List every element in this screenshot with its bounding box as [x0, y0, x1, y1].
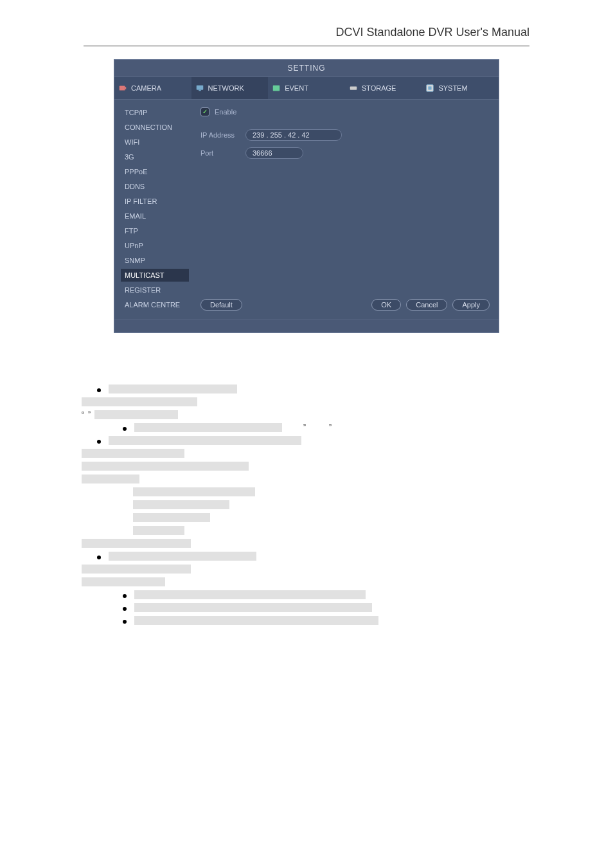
tab-camera[interactable]: CAMERA [114, 77, 191, 99]
redacted-text [94, 410, 178, 419]
tab-label: CAMERA [131, 84, 161, 92]
sidenav-item-email[interactable]: EMAIL [121, 210, 189, 222]
sidenav-item-3g[interactable]: 3G [121, 150, 189, 163]
main-pane: ✓ Enable IP Address 239 . 255 . 42 . 42 … [191, 100, 499, 320]
default-button[interactable]: Default [200, 299, 242, 311]
sidenav-item-tcpip[interactable]: TCP/IP [121, 106, 189, 119]
port-row: Port 36666 [200, 147, 490, 159]
sidenav-item-wifi[interactable]: WIFI [121, 136, 189, 149]
redacted-text [134, 603, 372, 612]
sidenav-item-register[interactable]: REGISTER [121, 284, 189, 296]
bullet-icon [123, 594, 127, 598]
enable-row: ✓ Enable [200, 107, 490, 116]
sidenav-item-snmp[interactable]: SNMP [121, 254, 189, 267]
close-quote: ” [88, 410, 91, 419]
sidenav-item-multicast[interactable]: MULTICAST [121, 269, 189, 282]
tab-network[interactable]: NETWORK [191, 77, 269, 99]
tab-storage[interactable]: STORAGE [345, 77, 422, 99]
sidenav-item-alarmcentre[interactable]: ALARM CENTRE [121, 298, 189, 311]
tab-label: EVENT [285, 84, 308, 92]
redacted-text [82, 577, 165, 586]
sidenav-item-ddns[interactable]: DDNS [121, 180, 189, 193]
enable-label: Enable [215, 108, 236, 116]
port-input[interactable]: 36666 [245, 147, 303, 159]
sidenav-item-connection[interactable]: CONNECTION [121, 121, 189, 134]
redacted-text [82, 397, 197, 406]
bullet-icon [123, 427, 127, 431]
header-rule [84, 46, 529, 46]
storage-icon [349, 84, 358, 93]
svg-rect-4 [273, 86, 280, 91]
tab-event[interactable]: EVENT [268, 77, 345, 99]
dbl-quote: ” [303, 423, 306, 432]
dialog-footer [114, 320, 499, 332]
setting-dialog: SETTING CAMERA NETWORK EVENT STORAGE [114, 59, 499, 333]
redacted-text [82, 449, 184, 458]
redacted-text [82, 539, 191, 548]
tab-label: NETWORK [208, 84, 244, 92]
enable-checkbox[interactable]: ✓ [200, 107, 209, 116]
manual-header: DCVI Standalone DVR User's Manual [0, 0, 613, 46]
sidenav-item-ftp[interactable]: FTP [121, 224, 189, 237]
ip-row: IP Address 239 . 255 . 42 . 42 [200, 129, 490, 141]
cancel-button[interactable]: Cancel [406, 299, 447, 311]
dialog-body: TCP/IP CONNECTION WIFI 3G PPPoE DDNS IP … [114, 100, 499, 320]
bullet-icon [97, 388, 101, 392]
dialog-title: SETTING [114, 60, 499, 77]
redacted-text [109, 552, 256, 561]
dialog-tabs: CAMERA NETWORK EVENT STORAGE SYSTEM [114, 77, 499, 100]
bullet-icon [97, 440, 101, 444]
system-icon [425, 84, 434, 93]
network-icon [195, 84, 204, 93]
redacted-text [133, 513, 210, 522]
apply-button[interactable]: Apply [452, 299, 490, 311]
sidenav: TCP/IP CONNECTION WIFI 3G PPPoE DDNS IP … [114, 100, 191, 320]
svg-rect-0 [120, 86, 125, 91]
redacted-text [82, 462, 249, 471]
redacted-text [109, 384, 237, 393]
bullet-icon [123, 607, 127, 611]
open-quote: “ [82, 410, 84, 419]
event-icon [272, 84, 281, 93]
svg-rect-1 [125, 87, 127, 89]
redacted-text [82, 565, 191, 574]
svg-rect-2 [196, 86, 203, 90]
sidenav-item-upnp[interactable]: UPnP [121, 239, 189, 252]
svg-rect-3 [199, 90, 201, 91]
redacted-text [133, 526, 184, 535]
port-label: Port [200, 149, 240, 157]
sidenav-item-pppoe[interactable]: PPPoE [121, 165, 189, 178]
tab-label: STORAGE [362, 84, 396, 92]
sidenav-item-ipfilter[interactable]: IP FILTER [121, 195, 189, 208]
ip-input[interactable]: 239 . 255 . 42 . 42 [245, 129, 342, 141]
redacted-text [82, 475, 139, 484]
tab-system[interactable]: SYSTEM [422, 77, 499, 99]
svg-rect-7 [429, 86, 432, 89]
redacted-text [133, 500, 229, 509]
bullet-icon [123, 620, 127, 624]
redacted-text [134, 616, 378, 625]
redacted-text [134, 590, 366, 599]
tab-label: SYSTEM [438, 84, 467, 92]
camera-icon [118, 84, 127, 93]
redacted-text [109, 436, 301, 445]
ok-button[interactable]: OK [371, 299, 401, 311]
button-bar: Default OK Cancel Apply [200, 299, 490, 311]
bullet-icon [97, 556, 101, 559]
dbl-quote: ” [329, 423, 332, 432]
redacted-text [134, 423, 282, 432]
redacted-text [133, 487, 255, 496]
svg-rect-5 [350, 86, 357, 89]
ip-label: IP Address [200, 131, 240, 139]
document-body: “ ” ” ” [82, 384, 531, 625]
